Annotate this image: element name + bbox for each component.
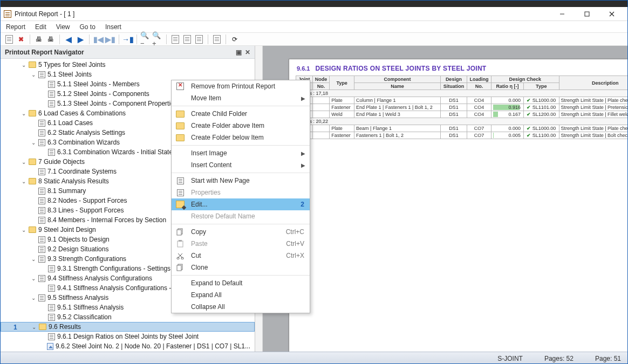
page-icon bbox=[48, 333, 55, 340]
new-icon[interactable] bbox=[4, 34, 15, 45]
tree-item-label: 9.5.2 Classification bbox=[57, 313, 112, 321]
menu-item[interactable]: Insert Content▶ bbox=[172, 159, 310, 171]
page-icon bbox=[38, 246, 45, 253]
svg-rect-8 bbox=[177, 265, 181, 271]
last-icon[interactable]: ▶▮ bbox=[105, 34, 115, 45]
maximize-button[interactable] bbox=[575, 7, 599, 21]
expander-icon[interactable]: ⌄ bbox=[30, 72, 37, 78]
tree-item-label: 9.6.2 Steel Joint No. 2 | Node No. 20 | … bbox=[56, 342, 250, 350]
tree-item[interactable]: ⌄9.6 Results bbox=[1, 322, 255, 332]
page-icon-2[interactable] bbox=[182, 34, 193, 45]
context-menu[interactable]: Remove from Printout ReportMove Item▶Cre… bbox=[171, 80, 310, 313]
status-pages: Pages: 52 bbox=[544, 355, 574, 362]
tree-item-label: 9.6.1 Design Ratios on Steel Joints by S… bbox=[57, 333, 199, 340]
page-icon bbox=[38, 120, 45, 127]
page-icon-4[interactable] bbox=[211, 34, 222, 45]
print-icon[interactable]: 🖶 bbox=[33, 34, 44, 45]
folder-icon bbox=[29, 61, 36, 68]
page-icon-3[interactable] bbox=[194, 34, 204, 45]
menu-item[interactable]: Create Folder above Item bbox=[172, 120, 310, 132]
zoom-in-icon[interactable]: 🔍+ bbox=[152, 34, 163, 45]
expander-icon[interactable]: ⌄ bbox=[20, 178, 28, 184]
goto-sel-icon[interactable]: →▮ bbox=[122, 34, 133, 45]
expander-icon[interactable]: ⌄ bbox=[20, 227, 28, 233]
expander-icon[interactable]: ⌄ bbox=[20, 62, 28, 68]
menu-item[interactable]: Expand All bbox=[172, 289, 310, 301]
folder-icon bbox=[29, 110, 36, 116]
menu-item-label: Insert Image bbox=[191, 149, 304, 157]
tree-item-label: 9.4.1 Stiffness Analysis Configurations … bbox=[57, 284, 181, 292]
refresh-icon[interactable]: ⟳ bbox=[229, 34, 240, 45]
zoom-out-icon[interactable]: 🔍− bbox=[140, 34, 151, 45]
svg-rect-3 bbox=[178, 241, 183, 247]
expander-icon[interactable]: ⌄ bbox=[20, 159, 28, 165]
menu-item-label: Insert Content bbox=[191, 161, 304, 169]
menu-item[interactable]: Move Item▶ bbox=[172, 92, 310, 104]
tree-item-label: 7.1 Coordinate Systems bbox=[47, 168, 117, 175]
tree-item-label: 6 Load Cases & Combinations bbox=[38, 109, 126, 117]
menu-report[interactable]: Report bbox=[6, 23, 25, 31]
menu-item[interactable]: Remove from Printout Report bbox=[172, 80, 310, 92]
copy-icon bbox=[175, 228, 186, 236]
tree-item-label: 9.5.1 Stiffness Analysis bbox=[57, 304, 124, 311]
page-icon-1[interactable] bbox=[170, 34, 181, 45]
app-icon bbox=[4, 10, 11, 18]
menu-insert[interactable]: Insert bbox=[105, 23, 121, 31]
tree-item[interactable]: 9.6.2 Steel Joint No. 2 | Node No. 20 | … bbox=[1, 341, 255, 351]
image-icon bbox=[47, 343, 53, 350]
delete-icon[interactable]: ✖ bbox=[16, 34, 26, 45]
menu-item[interactable]: Clone bbox=[172, 262, 310, 273]
menu-item: Properties bbox=[172, 187, 310, 198]
menu-item[interactable]: CutCtrl+X bbox=[172, 250, 310, 262]
expander-icon[interactable]: ⌄ bbox=[30, 256, 37, 262]
preview-area: 9.6.1 DESIGN RATIOS ON STEEL JOINTS BY S… bbox=[263, 46, 627, 352]
menu-item-label: Move Item bbox=[191, 94, 304, 102]
app-window: Printout Report - [ 1 ] ReportEditViewGo… bbox=[0, 0, 628, 364]
tree-item-label: 8 Static Analysis Results bbox=[38, 177, 109, 185]
expander-icon[interactable]: ⌄ bbox=[30, 140, 37, 146]
menu-view[interactable]: View bbox=[56, 23, 70, 31]
tree-item-label: 9.3.1 Strength Configurations - Settings bbox=[57, 265, 170, 272]
folder-icon bbox=[175, 134, 186, 141]
menu-edit[interactable]: Edit bbox=[35, 23, 46, 31]
tree-item[interactable]: ⌄5 Types for Steel Joints bbox=[1, 60, 255, 70]
menu-item-label: Create Folder below Item bbox=[191, 134, 304, 141]
next-icon[interactable]: ▶ bbox=[75, 34, 86, 45]
close-button[interactable] bbox=[599, 7, 624, 21]
expander-icon[interactable]: ⌄ bbox=[30, 324, 38, 330]
tree-item[interactable]: ⌄5.1 Steel Joints bbox=[1, 70, 255, 79]
first-icon[interactable]: ▮◀ bbox=[93, 34, 104, 45]
expander-icon[interactable]: ⌄ bbox=[30, 276, 37, 281]
prev-icon[interactable]: ◀ bbox=[63, 34, 74, 45]
menu-item[interactable]: Insert Image▶ bbox=[172, 147, 310, 159]
menu-item[interactable]: Create Folder below Item bbox=[172, 132, 310, 143]
panel-pin-icon[interactable]: ▣ bbox=[236, 49, 242, 56]
tree-item[interactable]: 9.6.1 Design Ratios on Steel Joints by S… bbox=[1, 332, 255, 341]
menu-item[interactable]: Collapse All bbox=[172, 301, 310, 313]
expander-icon[interactable]: ⌄ bbox=[30, 295, 37, 301]
tree-item-label: 5.1.3 Steel Joints - Component Propertie… bbox=[57, 100, 178, 107]
menu-item-label: Edit... bbox=[191, 201, 292, 208]
page-icon bbox=[38, 294, 45, 301]
menu-item[interactable]: Create Child Folder bbox=[172, 108, 310, 120]
page-icon bbox=[38, 236, 45, 243]
tree-item-label: 6.3 Combination Wizards bbox=[47, 139, 120, 146]
page-icon bbox=[48, 81, 55, 88]
page-icon bbox=[48, 100, 55, 107]
minimize-button[interactable] bbox=[550, 7, 575, 21]
tree-item[interactable]: 9.5.2 Classification bbox=[1, 312, 255, 322]
menu-item[interactable]: CopyCtrl+C bbox=[172, 226, 310, 238]
expander-icon[interactable]: ⌄ bbox=[20, 111, 28, 116]
panel-close-icon[interactable]: ✕ bbox=[245, 49, 250, 56]
print-settings-icon[interactable]: 🖶 bbox=[45, 34, 56, 45]
status-module: S-JOINT bbox=[497, 355, 523, 362]
tree-item-label: 5.1.2 Steel Joints - Components bbox=[57, 90, 149, 98]
page-icon bbox=[38, 217, 45, 224]
menu-item[interactable]: Edit...2 bbox=[172, 198, 310, 210]
menu-item[interactable]: Expand to Default bbox=[172, 277, 310, 289]
menu-item-label: Start with New Page bbox=[191, 177, 304, 184]
submenu-arrow-icon: ▶ bbox=[301, 150, 305, 156]
menu-item[interactable]: Start with New Page bbox=[172, 175, 310, 187]
menu-go-to[interactable]: Go to bbox=[80, 23, 95, 31]
navigator-title: Printout Report Navigator bbox=[5, 49, 84, 56]
